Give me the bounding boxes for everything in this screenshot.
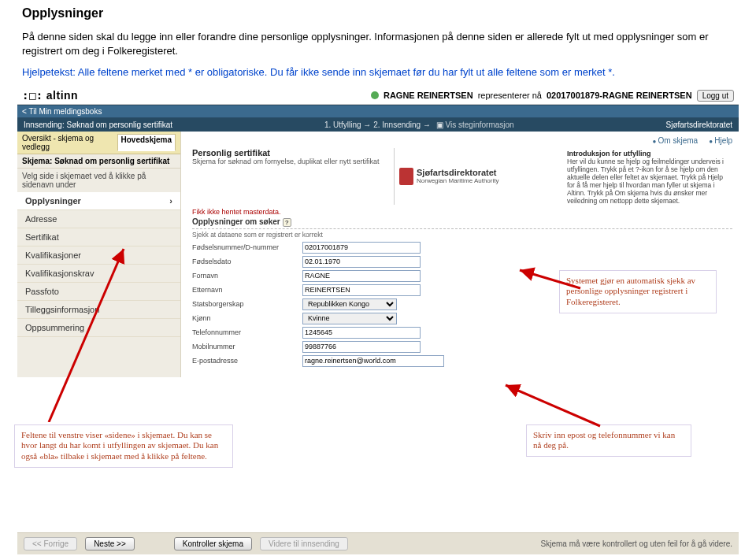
- label-etternavn: Etternavn: [192, 286, 302, 294]
- input-epost[interactable]: [302, 355, 444, 367]
- annotation-autocheck: Systemet gjør en automatisk sjekk av per…: [559, 270, 717, 313]
- intro-box: Introduksjon for utfylling Her vil du ku…: [567, 150, 732, 205]
- annotation-sidebar-pages: Feltene til venstre viser «sidene» i skj…: [14, 424, 233, 468]
- om-skjema-link[interactable]: Om skjema: [653, 136, 699, 145]
- show-step-info-link[interactable]: ▣ Vis steginformasjon: [436, 120, 514, 129]
- error-message: Fikk ikke hentet masterdata.: [192, 208, 732, 216]
- altinn-logo-text: altinn: [46, 89, 78, 102]
- label-fdato: Fødselsdato: [192, 258, 302, 265]
- prev-button[interactable]: << Forrige: [24, 537, 77, 550]
- rep-id: 02017001879-RAGNE REINERTSEN: [547, 91, 692, 100]
- tab-overview[interactable]: Oversikt - skjema og vedlegg: [22, 134, 111, 151]
- label-fnr: Fødselsnummer/D-nummer: [192, 243, 302, 251]
- context-bar: Innsending: Søknad om personlig sertifik…: [17, 118, 739, 132]
- sidebar-item-kvalifikasjonskrav[interactable]: Kvalifikasjonskrav: [17, 265, 180, 283]
- rep-user-name: RAGNE REINERTSEN: [384, 91, 473, 100]
- authority-name-en: Norwegian Maritime Authority: [417, 177, 498, 184]
- page-title: Opplysninger: [22, 6, 734, 20]
- rep-text: representerer nå: [478, 91, 542, 100]
- sidebar-item-sertifikat[interactable]: Sertifikat: [17, 228, 180, 246]
- altinn-logo-dots-icon: :□:: [22, 89, 43, 102]
- sidebar-item-passfoto[interactable]: Passfoto: [17, 283, 180, 301]
- hjelp-link[interactable]: Hjelp: [709, 136, 732, 145]
- altinn-logo: :□: altinn: [22, 89, 78, 102]
- input-telefon[interactable]: [302, 327, 421, 339]
- footer-bar: << Forrige Neste >> Kontroller skjema Vi…: [17, 532, 739, 554]
- authority-name: Sjøfartsdirektoratet: [417, 168, 498, 177]
- annotation-contact-fields: Skriv inn epost og telefonnummer vi kan …: [526, 424, 691, 458]
- label-telefon: Telefonnummer: [192, 328, 302, 336]
- input-fnr[interactable]: [302, 242, 421, 254]
- tab-hovedskjema[interactable]: Hovedskjema: [117, 134, 176, 151]
- altinn-header: :□: altinn RAGNE REINERTSEN representere…: [17, 87, 739, 105]
- svg-line-2: [506, 385, 600, 426]
- department-label: Sjøfartsdirektoratet: [666, 120, 732, 129]
- input-fdato[interactable]: [302, 256, 421, 268]
- user-status-icon: [371, 91, 379, 99]
- help-icon[interactable]: ?: [283, 218, 291, 227]
- label-fornavn: Fornavn: [192, 272, 302, 280]
- logout-button[interactable]: Logg ut: [697, 90, 734, 102]
- footer-note: Skjema må være kontrollert og uten feil …: [541, 539, 732, 548]
- next-button[interactable]: Neste >>: [85, 537, 135, 550]
- representation-bar: RAGNE REINERTSEN representerer nå 020170…: [371, 90, 734, 102]
- sidebar-item-adresse[interactable]: Adresse: [17, 210, 180, 228]
- breadcrumb-bar: < Til Min meldingsboks: [17, 105, 739, 118]
- sidebar-item-tilleggsinformasjon[interactable]: Tilleggsinformasjon: [17, 301, 180, 319]
- check-data-note: Sjekk at dataene som er registrert er ko…: [192, 231, 732, 239]
- sending-title: Innsending: Søknad om personlig sertifik…: [24, 120, 172, 129]
- label-mobil: Mobilnummer: [192, 343, 302, 350]
- videre-button[interactable]: Videre til innsending: [260, 537, 348, 550]
- sidebar-item-kvalifikasjoner[interactable]: Kvalifikasjoner: [17, 246, 180, 265]
- label-kjonn: Kjønn: [192, 314, 302, 322]
- authority-logo: Sjøfartsdirektoratet Norwegian Maritime …: [394, 148, 559, 205]
- sidebar-instruction: Velg side i skjemaet ved å klikke på sid…: [17, 169, 180, 192]
- intro-text: Her vil du kunne se hjelp og feilmelding…: [567, 158, 724, 205]
- doc-para-2-helptext: Hjelpetekst: Alle feltene merket med * e…: [22, 65, 734, 80]
- intro-heading: Introduksjon for utfylling: [567, 150, 732, 158]
- input-mobil[interactable]: [302, 341, 421, 353]
- sidebar-nav: Opplysninger Adresse Sertifikat Kvalifik…: [17, 192, 180, 337]
- label-epost: E-postadresse: [192, 357, 302, 365]
- back-to-inbox-link[interactable]: < Til Min meldingsboks: [22, 107, 102, 116]
- sidebar-item-opplysninger[interactable]: Opplysninger: [17, 192, 180, 210]
- label-statsborgerskap: Statsborgerskap: [192, 300, 302, 308]
- form-section-title: Personlig sertifikat: [192, 148, 386, 158]
- input-etternavn[interactable]: [302, 284, 421, 296]
- sidebar-tabs: Oversikt - skjema og vedlegg Hovedskjema: [17, 132, 180, 154]
- shield-icon: [399, 168, 413, 185]
- main-content: Om skjema Hjelp Personlig sertifikat Skj…: [181, 132, 739, 377]
- select-statsborgerskap[interactable]: Republikken Kongo: [302, 298, 397, 310]
- select-kjonn[interactable]: Kvinne: [302, 313, 397, 324]
- kontroller-button[interactable]: Kontroller skjema: [174, 537, 252, 550]
- sidebar: Oversikt - skjema og vedlegg Hovedskjema…: [17, 132, 181, 377]
- doc-para-1: På denne siden skal du legge inn eller f…: [22, 30, 734, 57]
- input-fornavn[interactable]: [302, 270, 421, 282]
- sidebar-item-oppsummering[interactable]: Oppsummering: [17, 319, 180, 337]
- scheme-title: Skjema: Søknad om personlig sertifikat: [17, 154, 180, 169]
- screenshot-container: :□: altinn RAGNE REINERTSEN representere…: [17, 87, 739, 377]
- applicant-group-heading: Opplysninger om søker?: [192, 217, 732, 229]
- wizard-steps: 1. Utfylling → 2. Innsending →: [324, 120, 431, 129]
- form-section-subtitle: Skjema for søknad om fornyelse, duplikat…: [192, 158, 386, 165]
